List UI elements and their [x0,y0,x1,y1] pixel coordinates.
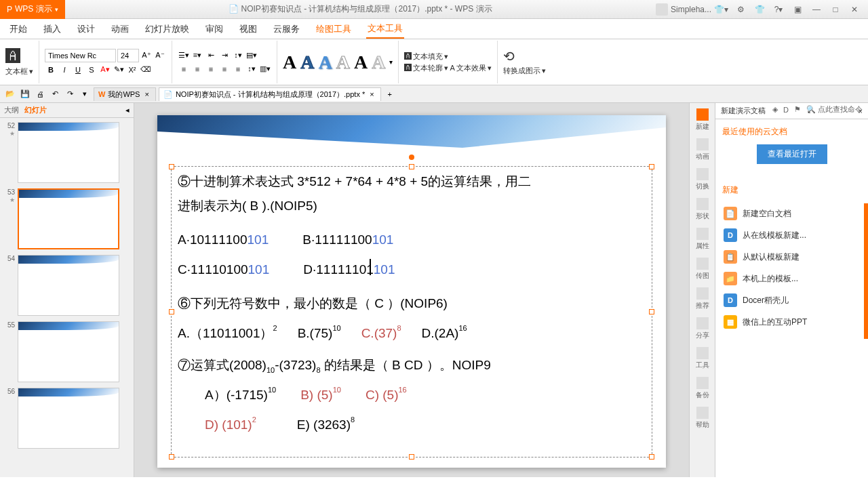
minimize-icon[interactable]: — [810,5,823,14]
slide-text-content[interactable]: ⑤十进制算术表达式 3*512 + 7*64 + 4*8 + 5的运算结果，用二… [178,169,646,443]
sidebar-help[interactable]: 帮助 [696,407,709,430]
save-icon[interactable]: 💾 [19,88,31,100]
bullets-button[interactable]: ☰▾ [178,49,190,62]
resize-handle[interactable] [649,309,654,314]
sidebar-media[interactable]: 传图 [696,258,709,281]
sidebar-share[interactable]: 分享 [696,317,709,340]
text-dir-button[interactable]: ↕▾ [245,63,258,75]
wordart-style-1[interactable]: A [283,52,296,73]
distribute-button[interactable]: ≡ [232,63,244,75]
sidebar-trans[interactable]: 切换 [696,168,709,191]
align-center-button[interactable]: ≡ [191,63,203,75]
menu-animation[interactable]: 动画 [110,20,130,38]
sidebar-prop[interactable]: 属性 [696,228,709,251]
redo-icon[interactable]: ↷ [64,88,76,100]
tab-close-icon[interactable]: × [142,90,151,98]
close-icon[interactable]: ✕ [848,5,861,14]
font-name-select[interactable] [45,49,116,62]
wordart-style-5[interactable]: A [354,52,368,73]
wordart-style-2[interactable]: A [300,52,314,73]
help-icon[interactable]: ?▾ [772,5,785,14]
line-spacing-button[interactable]: ↕▾ [232,49,244,62]
thumbnail-56[interactable] [18,388,119,449]
app-logo[interactable]: P WPS 演示 [0,0,65,19]
menu-cloud[interactable]: 云服务 [272,20,301,38]
tab-outline[interactable]: 大纲 [4,105,19,115]
print-icon[interactable]: 🖨 [34,88,46,100]
clear-format-button[interactable]: ⌫ [140,64,152,76]
thumbnail-54[interactable] [18,255,119,316]
increase-font-icon[interactable]: A⁺ [140,49,153,62]
indent-inc-button[interactable]: ⇥ [218,49,231,62]
more-icon[interactable]: ▾ [79,88,91,100]
wordart-gallery[interactable]: A A A A A A ▾ [283,52,393,73]
wordart-more-icon[interactable]: ▾ [389,58,393,66]
menu-begin[interactable]: 开始 [8,20,28,38]
ruler-icon[interactable]: ◈ [772,105,778,114]
rotate-handle[interactable] [409,155,414,160]
thumbnail-list[interactable]: 52★ 53★ 54 55 56 [0,118,134,477]
thumbnail-55[interactable] [18,321,119,382]
resize-handle[interactable] [409,164,414,169]
settings-icon[interactable]: ⚙ [734,5,747,14]
new-wechat-item[interactable]: ▦微信上的互动PPT [722,311,861,333]
sidebar-tools[interactable]: 工具 [696,347,709,370]
user-badge[interactable]: Simpleha...👕▾ [656,3,728,16]
align-left-button[interactable]: ≡ [178,63,190,75]
menu-draw[interactable]: 绘图工具 [315,20,353,38]
tab-document[interactable]: 📄NOIP初赛知识点 - 计算机结构与组成原理（2017）.pptx *× [159,87,381,101]
scroll-indicator[interactable] [864,203,868,339]
skin-icon[interactable]: 👕 [753,5,766,14]
convert-button[interactable]: ⟲ [503,48,546,64]
maximize-icon[interactable]: □ [829,5,842,14]
new-tab-icon[interactable]: + [384,88,396,100]
new-docer-item[interactable]: DDocer稻壳儿 [722,289,861,311]
superscript-button[interactable]: X² [126,64,138,76]
highlight-button[interactable]: ✎▾ [113,64,125,76]
tab-slides[interactable]: 幻灯片 [24,105,47,115]
sidebar-recommend[interactable]: 推荐 [696,287,709,310]
d-icon[interactable]: D [783,106,789,114]
menu-insert[interactable]: 插入 [42,20,62,38]
flag-icon[interactable]: ⚑ [794,105,801,114]
menu-view[interactable]: 视图 [238,20,258,38]
wordart-style-6[interactable]: A [372,52,385,73]
columns-button[interactable]: ▥▾ [259,63,271,75]
menu-text[interactable]: 文本工具 [366,20,404,39]
new-local-item[interactable]: 📁本机上的模板... [722,268,861,289]
find-command[interactable]: 🔍 点此查找命令 [806,104,863,115]
undo-icon[interactable]: ↶ [49,88,61,100]
font-color-button[interactable]: A▾ [99,64,111,76]
align-button[interactable]: ▤▾ [245,49,258,62]
thumbnail-52[interactable] [18,122,119,183]
sidebar-new[interactable]: 新建 [696,108,709,131]
new-default-item[interactable]: 📋从默认模板新建 [722,246,861,268]
align-right-button[interactable]: ≡ [205,63,217,75]
menu-slideshow[interactable]: 幻灯片放映 [144,20,191,38]
resize-handle[interactable] [169,164,174,169]
open-icon[interactable]: 📂 [4,88,16,100]
slide-canvas[interactable]: ⑤十进制算术表达式 3*512 + 7*64 + 4*8 + 5的运算结果，用二… [157,115,666,468]
slide-editor[interactable]: ⑤十进制算术表达式 3*512 + 7*64 + 4*8 + 5的运算结果，用二… [134,103,689,477]
textbox-label[interactable]: 文本框 ▾ [5,66,33,77]
resize-handle[interactable] [649,454,654,460]
resize-handle[interactable] [409,454,414,460]
text-fill-button[interactable]: 🅰 文本填充 ▾ [404,52,491,62]
strike-button[interactable]: S [85,64,98,76]
view-recent-button[interactable]: 查看最近打开 [757,144,827,164]
underline-button[interactable]: U [72,64,84,76]
sidebar-backup[interactable]: 备份 [696,377,709,400]
pane-close-icon[interactable]: ◂ [125,106,130,115]
italic-button[interactable]: I [58,64,71,76]
window-icon[interactable]: ▣ [791,5,804,14]
sidebar-anim[interactable]: 动画 [696,138,709,161]
text-effect-button[interactable]: A 文本效果 ▾ [450,63,491,73]
sidebar-shape[interactable]: 形状 [696,198,709,221]
text-outline-button[interactable]: 🅰 文本轮廓 ▾ [404,63,448,73]
resize-handle[interactable] [649,164,654,169]
align-justify-button[interactable]: ≡ [218,63,231,75]
wordart-style-3[interactable]: A [318,52,332,73]
decrease-font-icon[interactable]: A⁻ [154,49,166,62]
menu-review[interactable]: 审阅 [204,20,224,38]
resize-handle[interactable] [169,454,174,460]
